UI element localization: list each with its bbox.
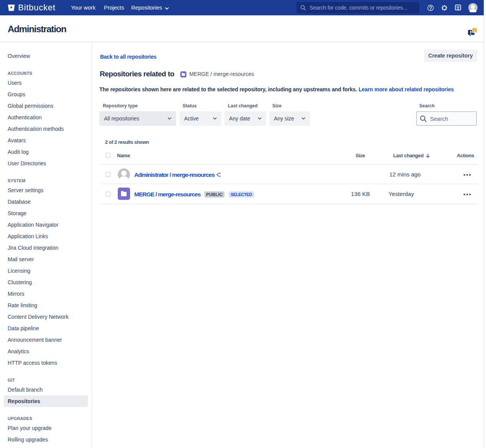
svg-text:1: 1 (473, 28, 476, 33)
